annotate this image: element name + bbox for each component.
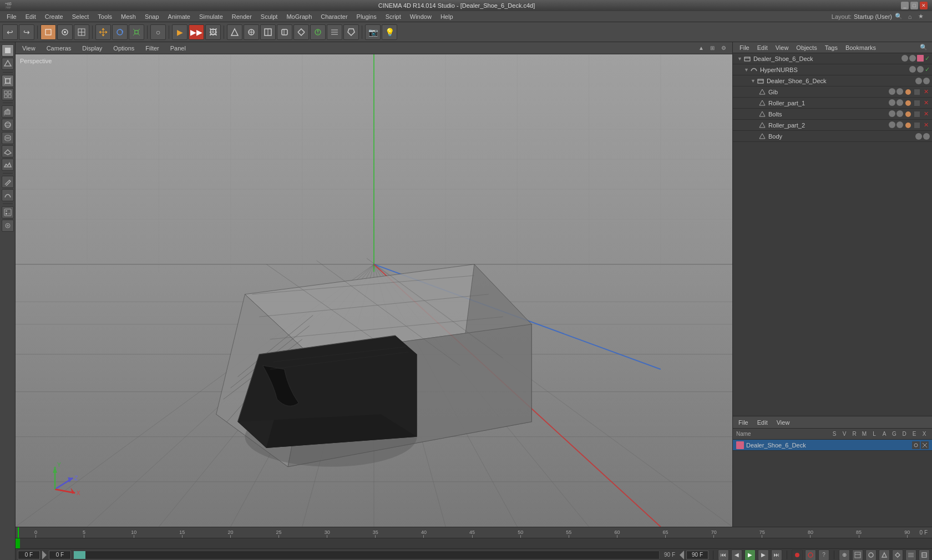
texture-mode-button[interactable] — [74, 24, 89, 40]
anim-tool-4[interactable] — [905, 549, 916, 561]
menu-animate[interactable]: Animate — [164, 12, 195, 21]
attr-row-dealer-shoe[interactable]: Dealer_Shoe_6_Deck — [733, 440, 932, 451]
model-mode-button[interactable] — [40, 24, 56, 40]
obj-dot-r2b[interactable] — [896, 121, 903, 128]
vp-icon-settings[interactable]: ⚙ — [719, 44, 728, 53]
light-button[interactable]: 💡 — [382, 24, 397, 40]
timeline-position-marker[interactable] — [16, 538, 20, 548]
obj-dot-gib-a[interactable] — [889, 88, 895, 95]
obj-row-body[interactable]: Body — [733, 131, 932, 142]
obj-check-2[interactable]: ✓ — [925, 66, 930, 73]
obj-dot-2b[interactable] — [917, 66, 924, 73]
layout-home[interactable]: ⌂ — [905, 12, 914, 21]
obj-tag-r1[interactable] — [904, 99, 912, 107]
obj-tag-r2-2[interactable] — [913, 121, 921, 129]
minimize-button[interactable]: _ — [901, 2, 909, 9]
layout-star[interactable]: ★ — [916, 12, 925, 21]
vp-menu-cameras[interactable]: Cameras — [44, 44, 74, 53]
maximize-button[interactable]: □ — [910, 2, 918, 9]
obj-color-1[interactable] — [917, 55, 924, 62]
obj-dot-1b[interactable] — [909, 55, 916, 62]
menu-file[interactable]: File — [2, 12, 21, 21]
obj-row-bolts[interactable]: Bolts ✕ — [733, 109, 932, 120]
menu-render[interactable]: Render — [227, 12, 256, 21]
undo-button[interactable]: ↩ — [2, 24, 18, 40]
viewport[interactable]: Perspective — [16, 54, 732, 527]
om-search-icon[interactable]: 🔍 — [920, 44, 928, 51]
vp-menu-options[interactable]: Options — [111, 44, 136, 53]
frame-start-input[interactable] — [18, 551, 40, 559]
object-mode-button[interactable] — [57, 24, 73, 40]
obj-dot-1a[interactable] — [901, 55, 908, 62]
obj-dot-r2a[interactable] — [889, 121, 895, 128]
obj-row-dealer-shoe-inner[interactable]: ▼ Dealer_Shoe_6_Deck — [733, 75, 932, 86]
scale-tool-button[interactable] — [129, 24, 144, 40]
obj-dot-3b[interactable] — [923, 78, 930, 84]
obj-dot-r1a[interactable] — [889, 99, 895, 106]
attr-menu-view[interactable]: View — [774, 418, 792, 427]
lt-knife-tool[interactable] — [2, 176, 14, 188]
menu-select[interactable]: Select — [68, 12, 94, 21]
lt-brush-tool[interactable] — [2, 220, 14, 232]
menu-create[interactable]: Create — [40, 12, 68, 21]
close-button[interactable]: ✕ — [920, 2, 928, 9]
vp-menu-filter[interactable]: Filter — [143, 44, 161, 53]
obj-tag-gib[interactable] — [904, 88, 912, 96]
tool-btn-7[interactable] — [244, 24, 259, 40]
obj-check-1[interactable]: ✓ — [925, 55, 930, 62]
menu-mograph[interactable]: MoGraph — [282, 12, 316, 21]
om-menu-bookmarks[interactable]: Bookmarks — [843, 43, 878, 52]
menu-window[interactable]: Window — [406, 12, 436, 21]
tool-btn-9[interactable] — [277, 24, 292, 40]
om-menu-view[interactable]: View — [773, 43, 791, 52]
vp-menu-display[interactable]: Display — [80, 44, 104, 53]
render-active-button[interactable]: ▶ — [172, 24, 188, 40]
anim-tool-2[interactable] — [879, 549, 890, 561]
step-forward-button[interactable]: ▶ — [758, 549, 769, 561]
menu-help[interactable]: Help — [436, 12, 458, 21]
frame-end-input[interactable] — [686, 551, 708, 559]
render-all-button[interactable]: ▶▶ — [189, 24, 204, 40]
menu-edit[interactable]: Edit — [21, 12, 40, 21]
lt-cube-obj[interactable] — [2, 105, 14, 118]
timeline-button[interactable] — [852, 549, 863, 561]
om-menu-objects[interactable]: Objects — [794, 43, 819, 52]
rotate-tool-button[interactable] — [112, 24, 128, 40]
menu-script[interactable]: Script — [381, 12, 406, 21]
lt-model-mode[interactable] — [2, 44, 14, 57]
tool-btn-11[interactable] — [310, 24, 326, 40]
lt-sphere-obj[interactable] — [2, 119, 14, 131]
step-back-button[interactable]: ◀ — [731, 549, 742, 561]
menu-character[interactable]: Character — [316, 12, 352, 21]
obj-dot-body-a[interactable] — [915, 133, 922, 140]
obj-dot-r1b[interactable] — [896, 99, 903, 106]
attr-menu-file[interactable]: File — [736, 418, 751, 427]
anim-tool-3[interactable] — [892, 549, 903, 561]
attr-icon-2[interactable] — [921, 441, 929, 449]
menu-simulate[interactable]: Simulate — [195, 12, 227, 21]
lt-perspective-view[interactable] — [2, 75, 14, 87]
tool-btn-10[interactable] — [293, 24, 309, 40]
lt-landscape-obj[interactable] — [2, 159, 14, 171]
goto-start-button[interactable]: ⏮ — [718, 549, 729, 561]
layout-search[interactable]: 🔍 — [894, 12, 903, 21]
play-button[interactable]: ▶ — [744, 549, 756, 561]
obj-row-hypernurbs[interactable]: ▼ HyperNURBS ✓ — [733, 64, 932, 75]
lt-paint-tool[interactable] — [2, 206, 14, 218]
om-menu-tags[interactable]: Tags — [823, 43, 840, 52]
obj-tag-gib-2[interactable] — [913, 88, 921, 96]
menu-mesh[interactable]: Mesh — [116, 12, 140, 21]
timeline-track[interactable] — [16, 538, 932, 548]
anim-tool-1[interactable] — [865, 549, 877, 561]
obj-row-dealer-shoe-top[interactable]: ▼ Dealer_Shoe_6_Deck ✓ — [733, 53, 932, 64]
timeline-scrubber[interactable] — [73, 551, 660, 559]
vp-icon-up[interactable]: ▲ — [697, 44, 706, 53]
obj-dot-ba[interactable] — [889, 110, 895, 117]
attr-icon-1[interactable] — [912, 441, 920, 449]
lt-plane-obj[interactable] — [2, 145, 14, 157]
obj-dot-bb[interactable] — [896, 110, 903, 117]
anim-tool-5[interactable] — [919, 549, 930, 561]
menu-sculpt[interactable]: Sculpt — [256, 12, 282, 21]
vp-menu-panel[interactable]: Panel — [168, 44, 188, 53]
obj-row-roller1[interactable]: Roller_part_1 ✕ — [733, 98, 932, 109]
